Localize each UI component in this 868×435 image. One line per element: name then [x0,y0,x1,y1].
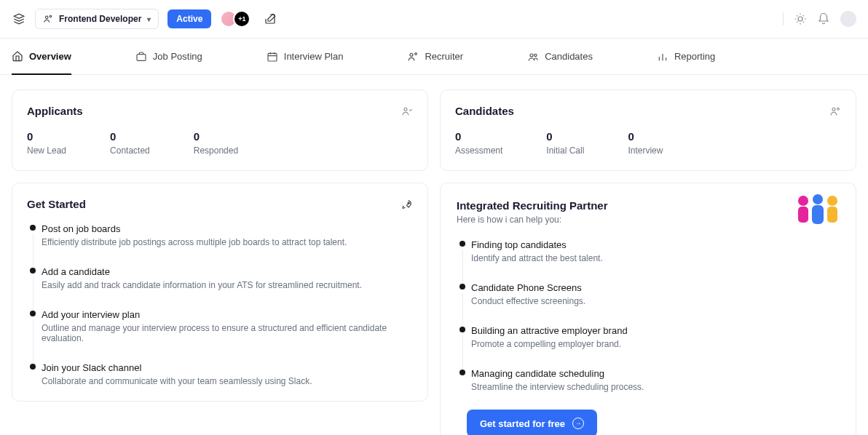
content: Applicants 0 New Lead 0 Contacted 0 Resp… [0,75,868,435]
card-title: Candidates [455,105,514,117]
stat-new-lead: 0 New Lead [27,130,66,156]
svg-rect-18 [827,207,837,223]
tab-interview-plan[interactable]: Interview Plan [267,39,344,74]
arrow-right-icon: → [572,418,584,429]
tab-candidates[interactable]: Candidates [527,39,593,74]
stat-assessment: 0 Assessment [455,130,502,156]
tab-bar: Overview Job Posting Interview Plan Recr… [0,39,868,75]
svg-rect-14 [798,207,808,223]
svg-point-12 [837,108,840,110]
tab-label: Candidates [545,51,593,62]
job-selector[interactable]: Frontend Developer ▾ [35,9,159,29]
users-icon [829,105,841,117]
tab-recruiter[interactable]: Recruiter [407,39,463,74]
partner-card: Integrated Recruiting Partner Here is ho… [440,183,856,435]
svg-point-10 [408,202,409,204]
edit-button[interactable] [264,12,277,25]
bar-chart-icon [657,51,668,63]
get-started-item[interactable]: Post on job boards Efficiently distribut… [42,223,413,247]
logo-icon [12,12,26,26]
get-started-free-button[interactable]: Get started for free → [467,410,597,435]
tab-label: Reporting [674,51,715,62]
tab-label: Interview Plan [284,51,344,62]
svg-point-9 [404,108,407,111]
partner-item: Managing candidate scheduling Streamline… [471,368,840,392]
tab-job-posting[interactable]: Job Posting [135,39,202,74]
svg-point-11 [832,108,835,111]
partner-item: Candidate Phone Screens Conduct effectiv… [471,282,840,306]
card-title: Applicants [27,105,83,117]
bell-icon [817,12,830,25]
svg-point-8 [534,54,537,56]
svg-point-1 [50,15,51,17]
svg-point-15 [813,194,823,204]
pencil-square-icon [264,12,277,25]
get-started-item[interactable]: Add your interview plan Outline and mana… [42,309,413,343]
tab-label: Job Posting [153,51,202,62]
topbar: Frontend Developer ▾ Active +1 [0,0,868,39]
svg-rect-16 [812,205,824,224]
partner-subtitle: Here is how i can help you: [457,215,840,225]
stat-contacted: 0 Contacted [110,130,150,156]
applicants-card: Applicants 0 New Lead 0 Contacted 0 Resp… [12,89,428,171]
svg-point-6 [415,52,417,55]
svg-point-2 [798,17,802,21]
card-title: Get Started [27,198,86,210]
svg-rect-3 [137,54,146,60]
person-badge-icon [43,14,53,24]
rocket-icon [401,199,413,210]
headset-icon [407,51,419,63]
partner-illustration [794,193,841,226]
stat-initial-call: 0 Initial Call [546,130,584,156]
avatar-stack[interactable]: +1 [224,10,250,28]
home-icon [12,50,23,62]
user-check-icon [401,105,413,117]
svg-point-5 [410,53,413,56]
svg-point-17 [827,196,837,206]
tab-label: Recruiter [425,51,463,62]
get-started-item[interactable]: Add a candidate Easily add and track can… [42,266,413,290]
partner-title: Integrated Recruiting Partner [457,199,840,212]
topbar-actions [783,11,856,27]
briefcase-icon [135,51,147,63]
avatar-overflow: +1 [233,10,250,28]
job-title: Frontend Developer [59,14,141,24]
stat-responded: 0 Responded [194,130,238,156]
svg-point-7 [530,54,533,57]
chevron-down-icon: ▾ [147,15,151,23]
notifications-button[interactable] [817,12,830,25]
divider [783,12,784,25]
svg-point-13 [798,196,808,206]
partner-item: Building an attractive employer brand Pr… [471,325,840,349]
get-started-card: Get Started Post on job boards Efficient… [12,183,428,402]
calendar-icon [267,51,278,63]
users-icon [527,51,539,63]
sun-icon [794,12,807,25]
status-badge[interactable]: Active [167,9,211,28]
tab-label: Overview [29,51,71,62]
candidates-card: Candidates 0 Assessment 0 Initial Call 0… [440,89,856,171]
stat-interview: 0 Interview [628,130,663,156]
svg-point-0 [46,16,49,19]
tab-overview[interactable]: Overview [12,39,71,75]
get-started-item[interactable]: Join your Slack channel Collaborate and … [42,362,413,386]
partner-item: Finding top candidates Identify and attr… [471,239,840,263]
theme-toggle[interactable] [794,12,807,25]
svg-rect-4 [268,53,277,61]
tab-reporting[interactable]: Reporting [657,39,715,74]
user-avatar[interactable] [840,11,856,27]
